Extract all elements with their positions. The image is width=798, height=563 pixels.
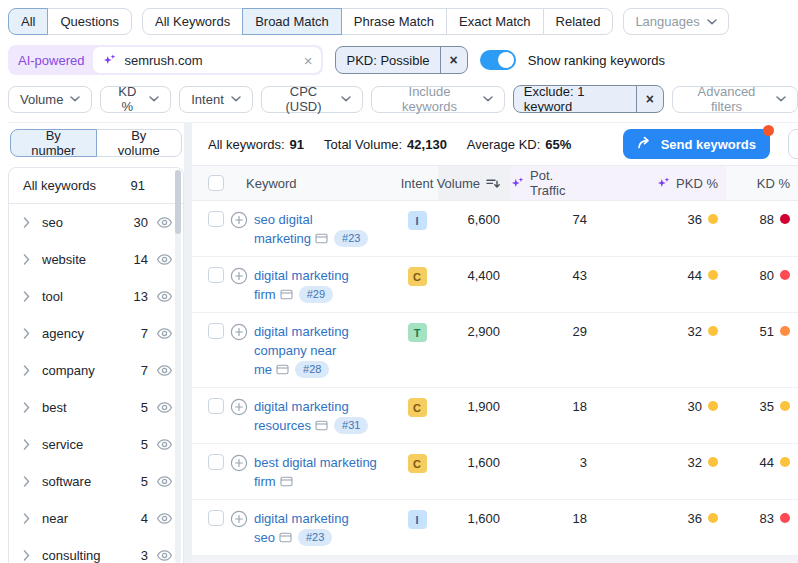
keyword-group-consulting[interactable]: consulting3 [9, 537, 183, 563]
select-all-checkbox[interactable] [208, 175, 224, 191]
add-keyword-icon[interactable] [230, 510, 248, 547]
eye-icon[interactable] [156, 290, 173, 303]
chevron-right-icon [23, 291, 33, 302]
potential-traffic-value: 43 [510, 266, 595, 285]
keyword-group-tool[interactable]: tool13 [9, 278, 183, 315]
eye-icon[interactable] [156, 549, 173, 562]
keyword-group-seo[interactable]: seo30 [9, 204, 183, 241]
remove-exclude-filter-icon[interactable]: × [636, 86, 663, 112]
ai-sparkle-icon [656, 176, 671, 191]
tab-phrase-match[interactable]: Phrase Match [341, 8, 447, 35]
keyword-group-software[interactable]: software5 [9, 463, 183, 500]
row-checkbox[interactable] [208, 211, 224, 227]
group-name: best [42, 400, 67, 415]
eye-icon[interactable] [156, 327, 173, 340]
keyword-group-near[interactable]: near4 [9, 500, 183, 537]
keyword-group-website[interactable]: website14 [9, 241, 183, 278]
remove-pkd-filter-icon[interactable]: × [440, 47, 467, 73]
eye-icon[interactable] [156, 512, 173, 525]
table-header: Keyword Intent Volume Pot. Traffic PKD %… [192, 165, 798, 201]
add-keyword-icon[interactable] [230, 323, 248, 379]
filter-dropdown-volume[interactable]: Volume [8, 86, 92, 113]
potential-traffic-column-header[interactable]: Pot. Traffic [510, 166, 595, 200]
kd-column-header[interactable]: KD % [726, 166, 798, 200]
keyword-link[interactable]: digital marketing resources#31 [254, 397, 394, 435]
keyword-column-header[interactable]: Keyword [230, 166, 396, 200]
search-row: AI-powered semrush.com × PKD: Possible ×… [8, 45, 798, 75]
clipped-button-right-edge[interactable] [788, 129, 798, 159]
tab-related[interactable]: Related [543, 8, 614, 35]
keyword-link[interactable]: seo digital marketing#23 [254, 210, 394, 248]
eye-icon[interactable] [156, 401, 173, 414]
clear-search-icon[interactable]: × [304, 53, 313, 68]
intent-badge: C [408, 267, 427, 286]
keyword-link[interactable]: best digital marketing firm [254, 453, 394, 491]
filter-dropdown-intent[interactable]: Intent [179, 86, 253, 113]
keyword-group-company[interactable]: company7 [9, 352, 183, 389]
group-name: software [42, 474, 91, 489]
volume-column-header[interactable]: Volume [438, 166, 510, 200]
eye-icon[interactable] [156, 253, 173, 266]
row-checkbox[interactable] [208, 454, 224, 470]
pkd-column-header[interactable]: PKD % [595, 166, 726, 200]
kd-cell: 80 [726, 266, 798, 285]
eye-icon[interactable] [156, 216, 173, 229]
tab-broad-match[interactable]: Broad Match [242, 8, 342, 35]
filter-dropdown-include-keywords[interactable]: Include keywords [371, 86, 505, 113]
kd-difficulty-dot [780, 401, 790, 411]
keyword-group-agency[interactable]: agency7 [9, 315, 183, 352]
group-count: 3 [141, 548, 148, 563]
panel-divider [184, 123, 192, 563]
tab-questions[interactable]: Questions [47, 8, 132, 35]
tab-exact-match[interactable]: Exact Match [446, 8, 544, 35]
row-checkbox[interactable] [208, 267, 224, 283]
keyword-group-best[interactable]: best5 [9, 389, 183, 426]
eye-icon[interactable] [156, 364, 173, 377]
keyword-link[interactable]: digital marketing seo#23 [254, 509, 394, 547]
sort-descending-icon [486, 178, 500, 189]
add-keyword-icon[interactable] [230, 267, 248, 304]
keyword-group-service[interactable]: service5 [9, 426, 183, 463]
seed-keyword-input[interactable]: semrush.com × [93, 47, 321, 73]
eye-icon[interactable] [156, 438, 173, 451]
intent-column-header[interactable]: Intent [396, 166, 438, 200]
group-count: 13 [134, 289, 148, 304]
tab-all-keywords[interactable]: All Keywords [142, 8, 243, 35]
chevron-down-icon [776, 96, 786, 102]
advanced-filters-dropdown[interactable]: Advanced filters [672, 86, 798, 113]
table-body: seo digital marketing#23I6,600743688digi… [192, 201, 798, 556]
languages-dropdown[interactable]: Languages [623, 8, 728, 35]
volume-value: 2,900 [438, 322, 510, 341]
filter-dropdown-cpc-usd[interactable]: CPC (USD) [261, 86, 363, 113]
add-keyword-icon[interactable] [230, 454, 248, 491]
pkd-filter-chip[interactable]: PKD: Possible × [335, 46, 467, 74]
eye-icon[interactable] [156, 475, 173, 488]
send-keywords-button[interactable]: Send keywords [623, 129, 770, 159]
add-keyword-icon[interactable] [230, 398, 248, 435]
potential-traffic-value: 74 [510, 210, 595, 229]
sidebar-tab-by-number[interactable]: By number [10, 129, 97, 157]
group-count: 7 [141, 326, 148, 341]
filter-dropdown-kd[interactable]: KD % [100, 86, 171, 113]
scrollbar-thumb[interactable] [175, 170, 181, 234]
row-checkbox[interactable] [208, 398, 224, 414]
sidebar-scrollbar[interactable] [175, 170, 181, 563]
row-checkbox[interactable] [208, 323, 224, 339]
table-row: digital marketing seo#23I1,600183683 [192, 500, 798, 556]
pkd-chip-label: PKD: Possible [336, 53, 439, 68]
ranking-position-badge: #28 [295, 361, 329, 378]
keyword-link[interactable]: digital marketing company near me#28 [254, 322, 394, 379]
tab-all[interactable]: All [8, 8, 48, 35]
pkd-value: 30 [688, 397, 702, 416]
ranking-position-badge: #29 [299, 286, 333, 303]
table-row-partial: C [192, 556, 798, 563]
exclude-filter-chip[interactable]: Exclude: 1 keyword × [513, 85, 664, 113]
table-row: digital marketing company near me#28T2,9… [192, 313, 798, 388]
add-keyword-icon[interactable] [230, 211, 248, 248]
all-keywords-group-row[interactable]: All keywords 91 [9, 168, 183, 204]
sidebar-tab-by-volume[interactable]: By volume [96, 129, 183, 157]
row-checkbox[interactable] [208, 510, 224, 526]
show-ranking-toggle[interactable] [480, 50, 516, 70]
keyword-link[interactable]: digital marketing firm#29 [254, 266, 394, 304]
intent-badge: I [408, 211, 427, 230]
